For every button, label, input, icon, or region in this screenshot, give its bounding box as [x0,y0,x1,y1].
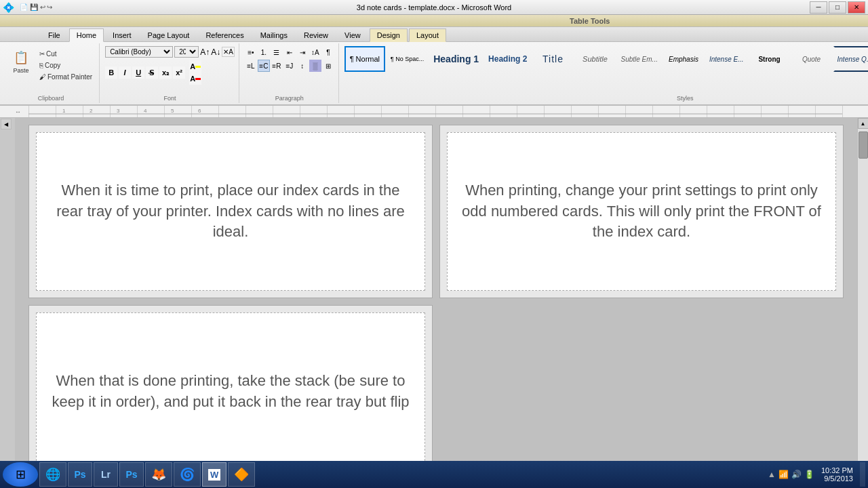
maximize-button[interactable]: □ [829,1,846,14]
style-subtitle[interactable]: Subtitle [574,46,615,72]
tray-sound-icon[interactable]: 🔊 [791,470,802,479]
paste-button[interactable]: 📋 Paste [7,46,35,76]
copy-button[interactable]: ⎘Copy [37,60,95,70]
clipboard-group: 📋 Paste ✂Cut ⎘Copy 🖌Format Painter Clipb… [3,43,100,103]
paragraph-label: Paragraph [275,95,304,103]
style-no-spacing[interactable]: ¶ No Spac... [387,46,428,72]
scroll-thumb[interactable] [859,131,868,159]
tab-design[interactable]: Design [370,28,408,42]
time: 10:32 PM [821,466,853,474]
ruler: ↔ 1 2 3 4 5 6 [0,106,868,118]
style-strong[interactable]: Strong [749,46,790,72]
shrink-font-button[interactable]: A↓ [211,47,220,57]
taskbar-ie[interactable]: 🌐 [39,462,66,487]
tray-icon-1: ▲ [768,470,776,479]
italic-button[interactable]: I [119,66,131,79]
style-emphasis[interactable]: Emphasis [663,46,704,72]
style-heading2[interactable]: Heading 2 [484,46,531,72]
style-intense-q[interactable]: Intense Q... [833,46,868,72]
taskbar-ps[interactable]: Ps [68,462,92,487]
vlc-icon: 🔶 [234,467,249,482]
ruler-content: 1 2 3 4 5 6 [28,106,868,117]
taskbar-vlc[interactable]: 🔶 [228,462,255,487]
tray-battery-icon[interactable]: 🔋 [804,470,814,479]
taskbar-word[interactable]: W [202,462,226,487]
taskbar-lr[interactable]: Lr [94,462,118,487]
tab-view[interactable]: View [337,28,368,41]
ps-icon: Ps [74,469,85,480]
card-3[interactable]: When that is done printing, take the sta… [28,305,433,479]
grow-font-button[interactable]: A↑ [200,47,210,57]
clear-format-button[interactable]: ✕A [222,47,235,57]
svg-text:5: 5 [171,108,174,114]
style-quote[interactable]: Quote [791,46,832,72]
left-panel: ◀ [0,118,15,485]
tab-insert[interactable]: Insert [105,28,139,41]
card-2[interactable]: When printing, change your print setting… [439,125,844,298]
system-tray: ▲ 📶 🔊 🔋 [768,470,814,479]
svg-text:6: 6 [198,108,201,114]
cut-button[interactable]: ✂Cut [37,49,95,59]
minimize-button[interactable]: ─ [810,1,827,14]
tab-references[interactable]: References [198,28,251,41]
word-icon: W [208,469,220,481]
clock[interactable]: 10:32 PM 9/5/2013 [817,466,857,483]
font-group: Calibri (Body) 20 A↑ A↓ ✕A B I U S̶ x₂ x… [101,43,239,103]
justify-button[interactable]: ≡J [283,60,296,72]
ruler-icon: ↔ [15,108,28,115]
align-center-button[interactable]: ≡C [258,60,270,72]
align-right-button[interactable]: ≡R [271,60,283,72]
font-size-select[interactable]: 20 [174,46,199,58]
taskbar-chrome[interactable]: 🌀 [174,462,201,487]
strikethrough-button[interactable]: S̶ [146,66,158,79]
style-intense-e[interactable]: Intense E... [705,46,748,72]
font-name-select[interactable]: Calibri (Body) [105,46,173,58]
style-title[interactable]: Title [532,46,573,72]
styles-gallery: ¶ Normal ¶ No Spac... Heading 1 Heading … [344,46,868,72]
scrollbar-vertical: ▲ ▼ [857,118,868,485]
borders-button[interactable]: ⊞ [322,60,334,72]
increase-indent-button[interactable]: ⇥ [296,46,309,58]
multilevel-button[interactable]: ☰ [271,46,283,58]
format-painter-button[interactable]: 🖌Format Painter [37,72,95,82]
bullets-button[interactable]: ≡• [245,46,257,58]
tab-layout[interactable]: Layout [409,28,446,42]
tab-page-layout[interactable]: Page Layout [140,28,197,41]
styles-label: Styles [677,95,694,103]
bold-button[interactable]: B [105,66,117,79]
tab-file[interactable]: File [41,28,68,41]
clipboard-label: Clipboard [38,95,64,103]
scroll-up-button[interactable]: ▲ [858,118,869,129]
start-button[interactable]: ⊞ [3,462,38,487]
shading-button[interactable]: ░ [309,60,321,72]
style-subtle-em[interactable]: Subtle Em... [616,46,661,72]
line-spacing-button[interactable]: ↕ [296,60,309,72]
card-1[interactable]: When it is time to print, place our inde… [28,125,433,298]
show-desktop-button[interactable] [860,462,865,487]
clipboard-group-content: 📋 Paste ✂Cut ⎘Copy 🖌Format Painter [7,43,95,95]
tab-home[interactable]: Home [69,28,104,42]
style-heading1[interactable]: Heading 1 [429,46,483,72]
tray-network-icon[interactable]: 📶 [778,470,789,479]
taskbar-ps2[interactable]: Ps [119,462,144,487]
align-left-button[interactable]: ≡L [245,60,257,72]
page-canvas: When it is time to print, place our inde… [15,118,857,485]
tab-review[interactable]: Review [296,28,336,41]
superscript-button[interactable]: x² [173,66,185,79]
svg-text:2: 2 [90,108,93,114]
underline-button[interactable]: U [132,66,144,79]
font-color-button[interactable]: A [189,73,201,85]
show-formatting-button[interactable]: ¶ [322,46,334,58]
sort-button[interactable]: ↕A [309,46,321,58]
numbering-button[interactable]: 1. [258,46,270,58]
window-title: 3d note cards - template.docx - Microsof… [357,3,511,12]
close-button[interactable]: ✕ [848,1,865,14]
decrease-indent-button[interactable]: ⇤ [283,46,296,58]
firefox-icon: 🦊 [151,467,166,482]
taskbar-firefox[interactable]: 🦊 [145,462,172,487]
left-panel-toggle[interactable]: ◀ [1,119,12,129]
subscript-button[interactable]: x₂ [159,66,172,79]
tab-mailings[interactable]: Mailings [253,28,295,41]
text-highlight-button[interactable]: A [189,60,201,73]
style-normal[interactable]: ¶ Normal [344,46,385,72]
